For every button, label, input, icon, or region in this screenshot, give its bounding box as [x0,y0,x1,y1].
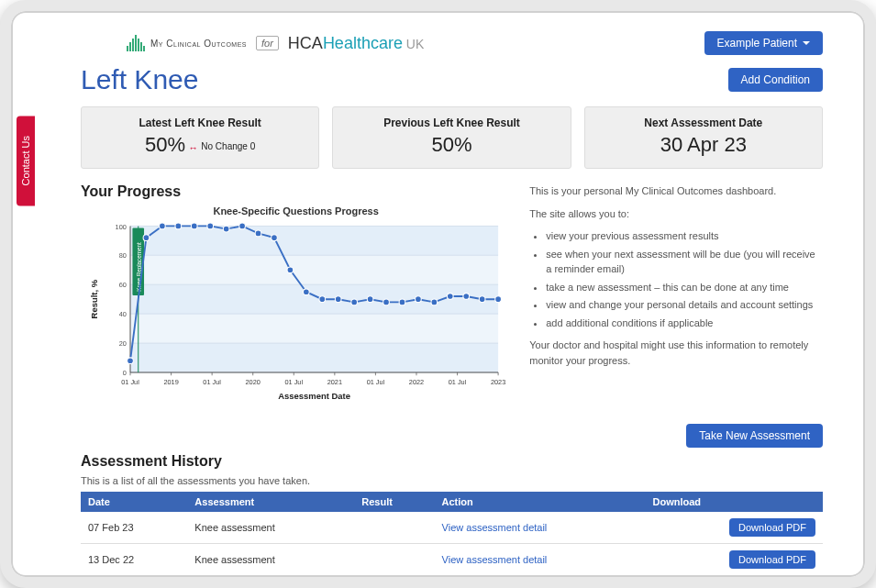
svg-point-61 [431,299,438,305]
table-header: Assessment [187,492,354,512]
svg-text:Assessment Date: Assessment Date [278,391,350,401]
change-text: No Change 0 [201,141,255,151]
svg-point-60 [416,296,422,303]
info-bullet: see when your next assessment will be du… [546,247,823,277]
for-label: for [256,36,279,50]
svg-point-57 [367,296,373,303]
svg-point-45 [175,223,182,229]
progress-chart: Knee-Specific Questions Progress 0204060… [81,205,511,415]
mco-logo-text: My Clinical Outcomes [150,39,247,49]
svg-point-49 [239,223,246,229]
svg-text:2020: 2020 [246,378,261,386]
table-row: 13 Dec 22Knee assessmentView assessment … [81,544,823,572]
svg-point-47 [207,223,214,229]
svg-text:01 Jul: 01 Jul [121,378,139,386]
stat-card: Next Assessment Date30 Apr 23 [584,106,823,169]
svg-point-46 [191,223,197,229]
cell-date: 13 Dec 22 [81,544,187,572]
add-condition-button[interactable]: Add Condition [728,68,823,92]
cell-assessment: Knee assessment [187,544,354,572]
svg-point-42 [128,358,134,364]
take-assessment-button[interactable]: Take New Assessment [686,424,823,448]
svg-text:2019: 2019 [163,378,178,386]
info-intro: This is your personal My Clinical Outcom… [529,183,823,199]
svg-point-58 [383,299,390,305]
logo-bar: My Clinical Outcomes for HCAHealthcare U… [127,34,424,53]
svg-point-50 [255,230,261,237]
table-header: Result [354,492,434,512]
stat-value: 50% [342,133,560,157]
info-bullet: view and change your personal details an… [546,297,823,313]
svg-point-54 [319,296,326,303]
cell-result [354,512,434,544]
screen: Contact Us My Clinical Outcomes for HCA [17,17,859,571]
history-sub: This is a list of all the assessments yo… [81,475,823,486]
svg-text:2023: 2023 [491,378,505,386]
svg-point-65 [495,296,502,303]
svg-text:60: 60 [119,281,127,289]
info-bullet: take a new assessment – this can be done… [546,280,823,295]
info-bullet: view your previous assessment results [546,228,823,244]
tablet-frame: Contact Us My Clinical Outcomes for HCA [0,0,876,588]
svg-text:40: 40 [119,310,127,318]
svg-point-48 [223,226,229,232]
table-header: Date [81,492,187,512]
view-detail-link[interactable]: View assessment detail [442,522,548,533]
download-pdf-button[interactable]: Download PDF [729,550,815,569]
svg-text:0: 0 [123,369,127,377]
cell-assessment: Knee assessment [187,512,354,544]
stat-value: 30 Apr 23 [594,133,813,157]
svg-point-51 [272,235,278,241]
svg-point-56 [351,299,358,305]
history-table: DateAssessmentResultActionDownload 07 Fe… [81,492,823,571]
svg-text:100: 100 [116,223,127,231]
info-footer: Your doctor and hospital might use this … [529,338,823,368]
svg-point-43 [143,235,150,241]
stat-label: Next Assessment Date [594,116,813,129]
cell-date: 07 Feb 23 [81,512,187,544]
svg-text:01 Jul: 01 Jul [449,378,467,386]
svg-point-53 [303,289,309,295]
change-arrow-icon: ↔ [185,142,201,153]
svg-rect-0 [130,226,498,255]
mco-logo: My Clinical Outcomes [127,35,247,51]
info-panel: This is your personal My Clinical Outcom… [529,183,823,415]
svg-text:01 Jul: 01 Jul [203,378,221,386]
svg-point-44 [160,223,166,229]
patient-dropdown[interactable]: Example Patient [704,31,823,55]
partner-logo: HCAHealthcare UK [288,34,424,53]
info-allows: The site allows you to: [529,206,823,222]
svg-point-64 [479,296,485,303]
table-header: Download [646,492,823,512]
svg-rect-1 [130,255,498,284]
svg-point-62 [447,294,453,300]
info-bullet: add additional conditions if applicable [546,316,823,331]
svg-rect-4 [130,343,498,372]
svg-text:2021: 2021 [327,378,342,386]
page-title: Left Knee [81,64,198,95]
svg-point-59 [399,299,405,305]
line-chart-svg: 02040608010001 Jul201901 Jul202001 Jul20… [81,218,511,411]
svg-text:01 Jul: 01 Jul [367,378,385,386]
stat-card: Previous Left Knee Result50% [332,106,571,169]
stat-value: 50% ↔ No Change 0 [91,133,309,157]
table-header: Action [435,492,646,512]
view-detail-link[interactable]: View assessment detail [442,554,548,565]
logo-bars-icon [127,35,145,51]
svg-point-52 [287,267,294,273]
cell-result [354,544,434,572]
svg-text:Result, %: Result, % [89,279,99,318]
progress-heading: Your Progress [81,183,511,200]
svg-rect-3 [130,314,498,343]
stat-label: Previous Left Knee Result [342,116,560,129]
download-pdf-button[interactable]: Download PDF [729,518,815,537]
table-row: 07 Feb 23Knee assessmentView assessment … [81,512,823,544]
stat-card: Latest Left Knee Result50% ↔ No Change 0 [81,106,319,169]
svg-text:20: 20 [119,339,127,348]
history-heading: Assessment History [81,453,823,470]
svg-point-55 [335,296,341,303]
chart-title: Knee-Specific Questions Progress [81,205,511,216]
svg-text:2022: 2022 [409,378,424,386]
svg-point-63 [463,294,470,300]
svg-text:80: 80 [119,251,127,260]
